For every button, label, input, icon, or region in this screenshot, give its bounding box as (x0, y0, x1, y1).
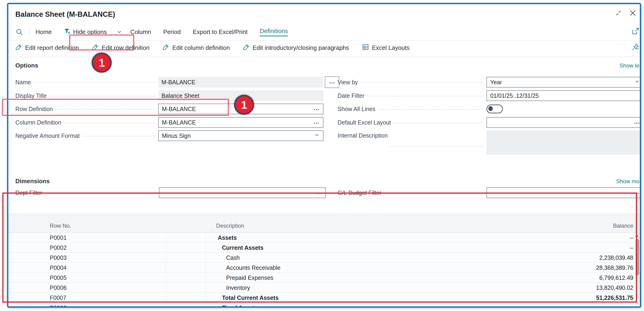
menu-divider (112, 28, 112, 36)
scrollbar-up-arrow[interactable] (635, 234, 639, 237)
show-less-link[interactable]: Show le (620, 62, 639, 69)
date-filter-value: 01/01/25..12/31/25 (490, 92, 640, 99)
negative-amount-format-value: Minus Sign (162, 132, 312, 139)
menu-item-home[interactable]: Home (36, 29, 52, 36)
show-all-lines-toggle[interactable] (486, 105, 503, 113)
view-by-select[interactable]: Year (486, 77, 641, 88)
options-section-header: Options (15, 62, 38, 69)
chevron-down-icon[interactable] (116, 29, 122, 35)
field-column-definition: Column Definition M-BALANCE … (15, 117, 324, 128)
pencil-icon (92, 44, 99, 52)
row-description: Accounts Receivable (226, 264, 280, 271)
action-label: Edit row definition (102, 44, 149, 52)
row-description: Cash (226, 254, 240, 261)
action-bar: Edit report definition Edit row definiti… (15, 42, 640, 54)
row-balance: 28,368,389.76 (596, 264, 633, 271)
default-excel-layout-label: Default Excel Layout (338, 119, 391, 126)
display-title-input[interactable]: Balance Sheet (158, 90, 324, 101)
row-no: P0008 (50, 304, 66, 308)
row-definition-value: M-BALANCE (162, 106, 314, 112)
pin-icon[interactable] (632, 43, 639, 53)
column-header-row-no[interactable]: Row No. (50, 222, 71, 229)
column-header-description[interactable]: Description (216, 222, 244, 229)
show-more-link[interactable]: Show mo (616, 178, 639, 185)
row-description: Current Assets (222, 244, 263, 251)
menu-bar: Home Hide options Column Period Export t… (15, 26, 640, 38)
dotted-leader (393, 123, 484, 123)
table-row[interactable]: P0004 Accounts Receivable 28,368,389.76 (8, 262, 640, 272)
restore-window-icon[interactable] (615, 9, 622, 17)
column-definition-input[interactable]: M-BALANCE … (158, 117, 324, 128)
menu-item-definitions[interactable]: Definitions (260, 28, 288, 36)
column-definition-label: Column Definition (15, 119, 61, 126)
table-rows: P0001 Assets – P0002 Current Assets – P0… (8, 232, 640, 308)
row-description: Total Current Assets (222, 294, 278, 301)
ellipsis-icon[interactable]: … (314, 118, 320, 125)
date-filter-input[interactable]: 01/01/25..12/31/25 (486, 90, 641, 101)
table-row[interactable]: P0005 Prepaid Expenses 6,799,612.49 (8, 272, 640, 282)
share-icon[interactable] (632, 27, 639, 37)
edit-paragraphs-button[interactable]: Edit introductory/closing paragraphs (243, 44, 349, 52)
edit-column-definition-button[interactable]: Edit column definition (162, 44, 230, 52)
report-preview-table: Row No. Description Balance P0001 Assets… (8, 213, 640, 306)
dotted-leader (55, 109, 156, 110)
menu-item-hide-options[interactable]: Hide options (64, 28, 107, 36)
display-title-label: Display Title (15, 92, 47, 99)
dotted-leader (367, 96, 484, 96)
scrollbar-thumb[interactable] (636, 239, 639, 276)
dept-filter-label: Dept Filter (15, 189, 42, 196)
pencil-icon (243, 44, 250, 52)
filter-funnel-icon (64, 28, 71, 36)
table-row[interactable]: F0007 Total Current Assets 51,226,531.75 (8, 292, 640, 303)
ellipsis-icon[interactable]: … (314, 105, 320, 112)
row-definition-label: Row Definition (15, 106, 53, 112)
ellipsis-icon: … (329, 78, 335, 85)
dotted-leader (33, 82, 156, 83)
field-date-filter: Date Filter 01/01/25..12/31/25 (338, 90, 641, 101)
menu-divider (29, 28, 30, 36)
table-row[interactable]: P0006 Inventory 13,820,490.02 (8, 282, 640, 292)
close-icon[interactable] (629, 9, 636, 17)
display-title-value: Balance Sheet (162, 92, 320, 99)
row-description: Assets (218, 234, 237, 241)
search-icon[interactable] (15, 28, 23, 36)
internal-description-textarea[interactable] (486, 130, 641, 155)
row-no: P0002 (50, 244, 66, 251)
default-excel-layout-input[interactable]: … (486, 117, 641, 128)
row-no: F0007 (50, 294, 66, 301)
menu-item-column[interactable]: Column (130, 29, 151, 36)
dotted-leader (378, 109, 484, 110)
balance-sheet-dialog: Balance Sheet (M-BALANCE) Home (7, 3, 641, 308)
dotted-leader (64, 123, 156, 123)
negative-amount-format-select[interactable]: Minus Sign (158, 130, 324, 141)
dotted-leader (82, 136, 156, 136)
dept-filter-input[interactable]: … (159, 187, 326, 198)
table-row[interactable]: P0001 Assets – (8, 232, 640, 242)
table-row[interactable]: P0002 Current Assets – (8, 242, 640, 252)
edit-row-definition-button[interactable]: Edit row definition (92, 44, 149, 52)
name-value: M-BALANCE (162, 79, 320, 86)
dotted-leader (384, 193, 484, 193)
row-balance: 13,820,490.02 (596, 284, 633, 291)
row-balance: – (630, 234, 633, 241)
field-internal-description: Internal Description (338, 130, 641, 155)
divider (8, 41, 640, 41)
table-row[interactable]: P0008 Fixed Assets (8, 303, 640, 308)
action-label: Edit introductory/closing paragraphs (253, 44, 349, 52)
gl-budget-filter-input[interactable]: … (486, 187, 641, 198)
date-filter-label: Date Filter (338, 92, 364, 99)
menu-item-export[interactable]: Export to Excel/Print (193, 29, 248, 36)
table-row[interactable]: P0003 Cash 2,238,039.48 (8, 252, 640, 262)
ellipsis-icon[interactable]: … (634, 118, 640, 125)
menu-item-period[interactable]: Period (163, 29, 181, 36)
row-definition-input[interactable]: M-BALANCE … (158, 104, 324, 114)
view-by-label: View by (338, 79, 358, 86)
ellipsis-icon[interactable]: … (316, 188, 322, 196)
name-input[interactable]: M-BALANCE (158, 77, 324, 88)
excel-layouts-button[interactable]: Excel Layouts (362, 44, 410, 52)
edit-report-definition-button[interactable]: Edit report definition (15, 44, 79, 52)
column-header-balance[interactable]: Balance (613, 222, 633, 229)
ellipsis-icon[interactable]: … (634, 188, 640, 196)
field-show-all-lines: Show All Lines (338, 104, 641, 114)
name-assist-button[interactable]: … (325, 76, 339, 88)
